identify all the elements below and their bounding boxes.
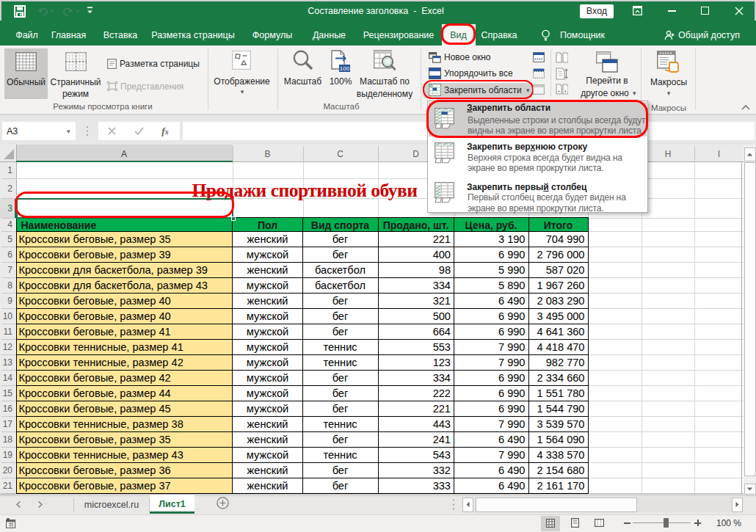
svg-text:100: 100 <box>340 65 350 72</box>
